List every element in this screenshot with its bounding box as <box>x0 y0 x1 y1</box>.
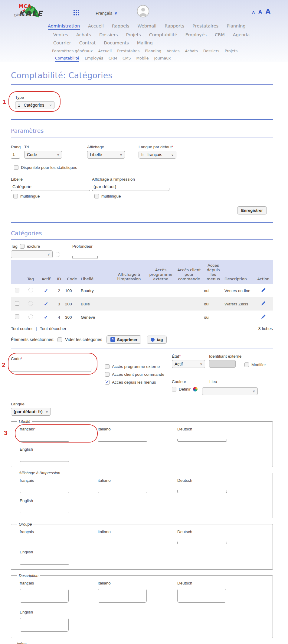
code-input[interactable] <box>11 364 91 372</box>
libelle-en-field: English <box>20 445 270 462</box>
color-wheel-icon[interactable] <box>193 387 198 391</box>
subnav-item-prestataires[interactable]: Prestataires <box>117 49 139 54</box>
tag-select[interactable]: ∨ <box>11 250 53 258</box>
stats-checkbox[interactable] <box>14 165 18 170</box>
row-tag-radio[interactable] <box>28 288 33 292</box>
nav-item-administration[interactable]: Administration <box>48 24 80 30</box>
affichage-impression-input[interactable] <box>92 183 169 191</box>
edit-pencil-icon[interactable] <box>261 314 266 319</box>
acces-programme-checkbox[interactable] <box>105 364 110 369</box>
modifier-checkbox[interactable] <box>244 362 249 367</box>
impression-de-input[interactable] <box>177 485 227 493</box>
description-fr-textarea[interactable] <box>20 589 69 603</box>
nav-item-agenda[interactable]: Agenda <box>233 32 250 38</box>
libelle-en-input[interactable] <box>20 454 69 462</box>
nav-item-rappels[interactable]: Rappels <box>112 24 129 30</box>
impression-it-input[interactable] <box>98 485 147 493</box>
save-button[interactable]: Enregistrer <box>237 206 267 214</box>
libelle-multilingue-checkbox[interactable] <box>13 194 18 198</box>
lieu-select[interactable]: ∨ <box>202 387 258 395</box>
langue-select[interactable]: (par défaut: fr) ∨ <box>11 408 51 416</box>
font-size-small-button[interactable]: A <box>252 11 255 14</box>
rang-input[interactable] <box>11 151 20 159</box>
exclure-checkbox[interactable] <box>20 244 25 249</box>
subnav-item-accueil[interactable]: Accueil <box>98 49 112 54</box>
row-select-checkbox[interactable] <box>15 301 19 306</box>
uncheck-all-link[interactable]: Tout décocher <box>40 326 67 331</box>
nav-item-accueil[interactable]: Accueil <box>88 24 104 30</box>
groupe-it-input[interactable] <box>98 536 147 544</box>
required-asterisk: * <box>172 145 173 149</box>
nav-item-projets[interactable]: Projets <box>126 32 141 38</box>
groupe-en-input[interactable] <box>20 557 69 565</box>
check-all-link[interactable]: Tout cocher <box>11 326 33 331</box>
groupe-fr-input[interactable] <box>20 536 69 544</box>
subnav-item-projets[interactable]: Projets <box>225 49 237 54</box>
language-selector[interactable]: Français ∨ <box>96 11 117 16</box>
nav-item-documents[interactable]: Documents <box>104 40 129 46</box>
nav-item-rapports[interactable]: Rapports <box>165 24 184 30</box>
nav-item-contrat[interactable]: Contrat <box>79 40 96 46</box>
row-tag-radio[interactable] <box>28 301 33 306</box>
apps-grid-icon[interactable] <box>74 10 80 16</box>
subnav-item-employes[interactable]: Employés <box>85 56 103 62</box>
subnav-item-dossiers[interactable]: Dossiers <box>203 49 219 54</box>
bottom-row: Icône Aucun 4 Ajouter <box>11 642 273 644</box>
subnav-item-mobile[interactable]: Mobile <box>136 56 149 62</box>
impression-fieldset: Affichage à l'impression français italia… <box>11 471 273 518</box>
edit-pencil-icon[interactable] <box>261 301 266 306</box>
nav-item-courrier[interactable]: Courrier <box>53 40 71 46</box>
description-de-textarea[interactable] <box>177 589 226 603</box>
langue-defaut-select[interactable]: fr français ∨ <box>139 151 176 159</box>
font-size-large-button[interactable]: A <box>266 8 270 15</box>
subnav-item-parametres-generaux[interactable]: Paramètres généraux <box>52 49 93 54</box>
definir-checkbox[interactable] <box>172 387 176 391</box>
libelle-input[interactable] <box>11 183 90 191</box>
type-select[interactable]: 1 Catégories ∨ <box>15 101 54 109</box>
description-en-textarea[interactable] <box>20 618 69 632</box>
user-avatar-icon[interactable] <box>137 5 149 18</box>
libelle-de-input[interactable] <box>177 434 227 442</box>
subnav-item-journaux[interactable]: Journaux <box>154 56 171 62</box>
subnav-item-achats[interactable]: Achats <box>185 49 198 54</box>
nav-item-planning[interactable]: Planning <box>227 24 245 30</box>
impression-multilingue-checkbox[interactable] <box>94 194 99 198</box>
vider-checkbox[interactable] <box>57 337 62 342</box>
nav-item-achats[interactable]: Achats <box>76 32 91 38</box>
etat-select[interactable]: Actif ∨ <box>172 360 205 368</box>
groupe-en-field: English <box>20 547 270 565</box>
impression-en-input[interactable] <box>20 505 69 513</box>
nav-item-crm[interactable]: CRM <box>215 32 225 38</box>
nav-item-employes[interactable]: Employés <box>185 32 207 38</box>
acces-client-checkbox[interactable] <box>105 372 110 377</box>
edit-pencil-icon[interactable] <box>261 288 266 293</box>
affichage-select[interactable]: Libellé ∨ <box>87 151 125 159</box>
tri-select[interactable]: Code ∨ <box>24 151 62 159</box>
delete-button[interactable]: Supprimer <box>106 335 142 344</box>
acces-menus-checkbox[interactable] <box>105 380 110 385</box>
tag-button[interactable]: tag <box>147 336 167 344</box>
subnav-item-ventes[interactable]: Ventes <box>167 49 179 54</box>
nav-item-prestataires[interactable]: Prestataires <box>192 24 218 30</box>
tri-field: Tri Code ∨ <box>24 145 62 159</box>
subnav-item-crm[interactable]: CRM <box>109 56 117 62</box>
row-select-checkbox[interactable] <box>15 314 19 319</box>
nav-item-dossiers[interactable]: Dossiers <box>99 32 118 38</box>
libelle-fr-input[interactable] <box>20 434 69 442</box>
nav-item-ventes[interactable]: Ventes <box>53 32 68 38</box>
tag-clear-radio[interactable] <box>56 252 60 257</box>
description-it-textarea[interactable] <box>98 589 147 603</box>
libelle-it-input[interactable] <box>98 434 147 442</box>
groupe-de-input[interactable] <box>177 536 227 544</box>
row-select-checkbox[interactable] <box>15 288 19 292</box>
row-tag-radio[interactable] <box>28 314 33 319</box>
nav-item-mailing[interactable]: Mailing <box>137 40 153 46</box>
nav-item-comptabilite[interactable]: Comptabilité <box>149 32 177 38</box>
font-size-medium-button[interactable]: A <box>258 9 262 15</box>
subnav-item-planning[interactable]: Planning <box>145 49 161 54</box>
subnav-item-comptabilite[interactable]: Comptabilité <box>55 56 79 62</box>
profondeur-input[interactable] <box>72 251 98 259</box>
impression-fr-input[interactable] <box>20 485 69 493</box>
nav-item-webmail[interactable]: Webmail <box>137 24 156 30</box>
subnav-item-cms[interactable]: CMS <box>123 56 131 62</box>
